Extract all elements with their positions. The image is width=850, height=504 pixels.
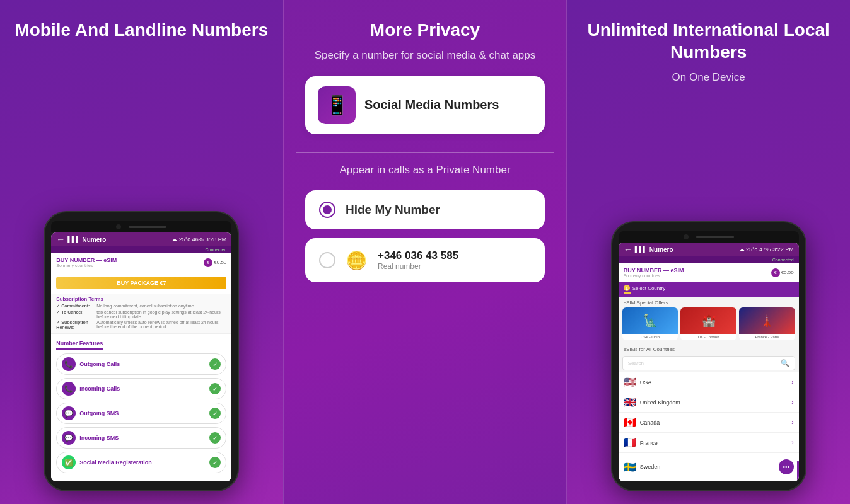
esim-all-title: eSIMs for All Countries	[619, 344, 799, 354]
back-arrow-left[interactable]: ←	[56, 234, 65, 244]
calls-title: Appear in calls as a Private Number	[339, 162, 510, 178]
feature-incoming-calls: 📞 Incoming Calls ✓	[56, 378, 226, 399]
weather-left: ☁ 25°c	[172, 236, 190, 243]
social-media-numbers-card[interactable]: 📱 Social Media Numbers	[305, 76, 545, 134]
term-value-1: tab cancel subscription in google play s…	[96, 310, 226, 319]
name-canada: Canada	[640, 420, 660, 426]
panel-middle: More Privacy Specify a number for social…	[283, 0, 568, 504]
rphone-content: 1 Select Country eSIM Special Offers 🗽 U…	[619, 282, 799, 481]
panel-divider	[296, 152, 554, 153]
phone-top-bar-right	[619, 231, 799, 243]
panel-right: Unlimited International Local Numbers On…	[567, 0, 850, 504]
social-media-card-text: Social Media Numbers	[364, 98, 499, 112]
feature-left-incoming-calls: 📞 Incoming Calls	[62, 382, 120, 396]
hide-my-number-card[interactable]: Hide My Number	[305, 190, 545, 229]
esim-label-usa: USA - Ohio	[622, 334, 678, 340]
check-incoming-calls: ✓	[209, 383, 221, 394]
term-value-0: No long commitment, cancel subscription …	[96, 304, 226, 309]
numuro-logo-right: Numero	[649, 246, 673, 253]
weather-right: ☁ 25°c	[739, 246, 758, 253]
battery-left: 46%	[192, 236, 204, 243]
country-item-uk[interactable]: 🇬🇧 United Kingdom ›	[619, 392, 799, 413]
signal-icon-left: ▌▌▌	[67, 236, 79, 243]
phone-top-bar-left	[51, 221, 231, 232]
buy-number-info-left: BUY NUMBER — eSIM So many countries	[56, 257, 117, 268]
subscription-terms-left: Subscription Terms ✓ Commitment: No long…	[51, 294, 231, 334]
social-icon: ✅	[62, 455, 76, 469]
more-button[interactable]: •••	[779, 459, 794, 474]
flag-canada: 🇨🇦	[624, 416, 636, 428]
right-subtitle: On One Device	[672, 69, 745, 86]
speaker-right	[696, 236, 734, 238]
feature-name-outgoing-sms: Outgoing SMS	[79, 410, 119, 416]
search-icon: 🔍	[781, 359, 789, 367]
feature-outgoing-sms: 💬 Outgoing SMS ✓	[56, 403, 226, 424]
flag-uk: 🇬🇧	[624, 396, 636, 408]
term-value-2: Automatically unless auto-renew is turne…	[96, 320, 226, 329]
esim-label-fr: France - Paris	[739, 334, 795, 340]
country-item-sweden[interactable]: 🇸🇪 Sweden •••	[619, 453, 799, 481]
country-item-france[interactable]: 🇫🇷 France ›	[619, 433, 799, 453]
middle-title: More Privacy	[370, 19, 480, 41]
esim-emoji-uk: 🏰	[702, 314, 716, 328]
hide-my-number-label: Hide My Number	[346, 203, 440, 217]
real-number-card[interactable]: 🪙 +346 036 43 585 Real number	[305, 238, 545, 282]
buy-number-title-left: BUY NUMBER — eSIM	[56, 257, 117, 263]
buy-number-sub-right: So many countries	[624, 273, 684, 278]
feature-left-outgoing-calls: 📞 Outgoing Calls	[62, 357, 120, 371]
select-country-underline	[624, 292, 631, 294]
coin-icon-left: €	[204, 258, 212, 267]
flag-usa: 🇺🇸	[624, 376, 636, 388]
front-camera-left	[116, 224, 121, 229]
esim-img-usa: 🗽	[622, 307, 678, 334]
term-label-1: ✓ To Cancel:	[56, 310, 94, 319]
left-title: Mobile And Landline Numbers	[15, 19, 268, 41]
flag-sweden: 🇸🇪	[624, 461, 636, 473]
buy-number-info-right: BUY NUMBER — eSIM So many countries	[624, 267, 684, 278]
feature-left-incoming-sms: 💬 Incoming SMS	[62, 431, 119, 445]
esim-emoji-usa: 🗽	[643, 314, 657, 328]
middle-top: More Privacy Specify a number for social…	[305, 19, 545, 143]
esim-offer-fr[interactable]: 🗼 France - Paris	[739, 307, 795, 340]
name-sweden: Sweden	[640, 464, 661, 470]
phone-icon-outgoing: 📞	[62, 357, 76, 371]
sim-icon: 🪙	[346, 250, 368, 271]
price-right: €0.50	[781, 270, 794, 275]
check-outgoing-calls: ✓	[209, 358, 221, 370]
esim-emoji-fr: 🗼	[760, 314, 774, 328]
buy-package-wrapper-left: BUY PACKAGE €7	[51, 272, 231, 294]
connected-status-right: Connected	[772, 258, 794, 262]
radio-selected	[319, 202, 335, 218]
social-media-card-icon: 📱	[325, 94, 349, 116]
search-bar[interactable]: Search 🔍	[622, 356, 795, 370]
coin-badge-left: € €0.50	[204, 258, 226, 267]
battery-right: 47%	[759, 246, 771, 253]
status-bar-left-right: ← ▌▌▌ Numero	[624, 244, 673, 255]
term-row-2: ✓ Subscription Renews: Automatically unl…	[56, 320, 226, 329]
real-number-value: +346 036 43 585	[378, 249, 458, 262]
status-bar-left: ← ▌▌▌ Numero ☁ 25°c 46% 3:28 PM	[51, 232, 231, 246]
front-camera-right	[684, 234, 689, 239]
status-bar-right-phone: ← ▌▌▌ Numero ☁ 25°c 47% 3:22 PM	[619, 243, 799, 256]
buy-package-btn-left[interactable]: BUY PACKAGE €7	[56, 277, 226, 289]
social-media-icon-wrap: 📱	[318, 86, 356, 124]
esim-offers: 🗽 USA - Ohio 🏰 UK - London 🗼	[619, 307, 799, 344]
buy-number-sub-left: So many countries	[56, 263, 117, 268]
time-right: 3:22 PM	[772, 246, 794, 253]
connected-status-left: Connected	[205, 248, 226, 252]
arrow-canada: ›	[791, 419, 793, 426]
feature-name-social-media: Social Media Registeration	[79, 459, 152, 466]
country-item-usa[interactable]: 🇺🇸 USA ›	[619, 372, 799, 392]
esim-section-title: eSIM Special Offers	[619, 297, 799, 307]
feature-social-media: ✅ Social Media Registeration ✓	[56, 452, 226, 473]
esim-offer-usa[interactable]: 🗽 USA - Ohio	[622, 307, 678, 340]
esim-img-uk: 🏰	[680, 307, 736, 334]
name-uk: United Kingdom	[640, 399, 680, 406]
back-arrow-right[interactable]: ←	[624, 244, 632, 255]
middle-bottom: Appear in calls as a Private Number Hide…	[305, 162, 545, 283]
country-item-canada[interactable]: 🇨🇦 Canada ›	[619, 413, 799, 433]
connected-bar-left: Connected	[51, 246, 231, 253]
feature-name-incoming-calls: Incoming Calls	[79, 386, 120, 392]
esim-offer-uk[interactable]: 🏰 UK - London	[680, 307, 736, 340]
check-social-media: ✓	[209, 457, 221, 468]
